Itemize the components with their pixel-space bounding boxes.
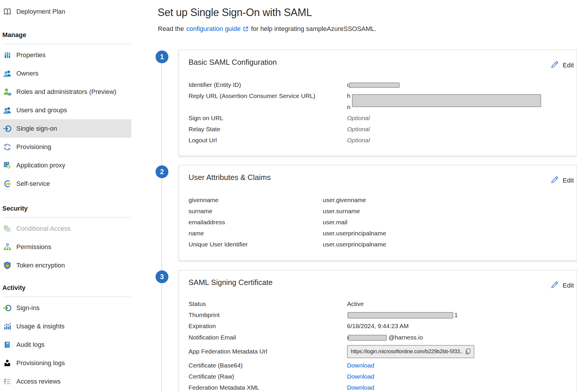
field-label: Relay State <box>189 126 347 133</box>
edit-user-attributes-button[interactable]: Edit <box>550 175 574 186</box>
relay-state-row: Relay State Optional <box>189 124 572 135</box>
claim-value: user.givenname <box>323 197 572 204</box>
sidebar-item-owners[interactable]: Owners <box>0 64 131 83</box>
permissions-icon <box>3 242 12 252</box>
divider <box>2 44 131 44</box>
provisioning-logs-icon <box>3 358 12 368</box>
field-label: Sign on URL <box>189 115 347 122</box>
card-title: User Attributes & Claims <box>189 173 271 182</box>
field-label: Thumbprint <box>189 312 347 318</box>
sidebar-item-usage-insights[interactable]: Usage & insights <box>0 317 131 335</box>
claim-value: user.surname <box>323 208 572 215</box>
configuration-guide-link[interactable]: configuration guide <box>186 25 240 33</box>
sidebar-item-label: Token encryption <box>16 262 65 269</box>
field-label: Certificate (Base64) <box>189 362 347 369</box>
federation-metadata-xml-row: Federation Metadata XML Download <box>189 382 572 392</box>
notification-email-value: r@harness.io <box>347 334 572 341</box>
edit-signing-certificate-button[interactable]: Edit <box>550 280 574 291</box>
logout-url-row: Logout Url Optional <box>189 135 572 146</box>
intro-suffix: for help integrating sampleAzureSSOSAML. <box>251 25 376 33</box>
sidebar-item-label: Usage & insights <box>16 323 65 330</box>
pencil-icon <box>550 175 559 186</box>
sidebar-item-label: Single sign-on <box>16 125 57 132</box>
intro-text: Read the configuration guide for help in… <box>158 25 376 33</box>
sidebar-item-label: Users and groups <box>16 106 67 114</box>
sidebar-item-self-service[interactable]: Self-service <box>0 174 131 193</box>
field-label: Identifier (Entity ID) <box>189 81 347 88</box>
sidebar-item-token-encryption[interactable]: Token encryption <box>0 256 131 274</box>
field-label: Expiration <box>189 323 347 330</box>
download-certificate-base64-link[interactable]: Download <box>347 362 374 369</box>
sidebar-item-provisioning[interactable]: Provisioning <box>0 138 131 156</box>
application-proxy-icon <box>3 161 12 170</box>
download-certificate-raw-link[interactable]: Download <box>347 373 374 380</box>
certificate-raw-row: Certificate (Raw) Download <box>189 371 572 382</box>
step-badge-1: 1 <box>156 50 168 63</box>
identifier-row: Identifier (Entity ID) q <box>189 79 572 90</box>
self-service-icon <box>3 179 12 188</box>
pencil-icon <box>550 280 559 291</box>
thumbprint-row: Thumbprint 21 <box>189 309 572 321</box>
sidebar-item-conditional-access[interactable]: Conditional Access <box>0 219 131 238</box>
sidebar-item-users-groups[interactable]: Users and groups <box>0 101 131 119</box>
properties-icon <box>3 50 12 60</box>
sidebar-item-label: Access reviews <box>16 378 61 385</box>
intro-prefix: Read the <box>158 25 184 33</box>
certificate-base64-row: Certificate (Base64) Download <box>189 360 572 371</box>
sign-on-url-row: Sign on URL Optional <box>189 113 572 124</box>
sidebar-item-single-sign-on[interactable]: Single sign-on <box>0 119 131 138</box>
expiration-value: 6/18/2024, 9:44:23 AM <box>347 323 572 330</box>
expiration-row: Expiration 6/18/2024, 9:44:23 AM <box>189 321 572 332</box>
sidebar-header-manage: Manage <box>2 31 131 39</box>
sidebar-item-application-proxy[interactable]: Application proxy <box>0 156 131 174</box>
sidebar-item-sign-ins[interactable]: Sign-ins <box>0 299 131 317</box>
edit-basic-saml-button[interactable]: Edit <box>550 60 574 71</box>
sidebar-item-label: Owners <box>16 70 39 77</box>
sidebar-item-deployment-plan[interactable]: Deployment Plan <box>0 2 131 21</box>
external-link-icon <box>243 26 249 32</box>
claim-row: emailaddress user.mail <box>189 217 572 228</box>
claim-value: user.mail <box>323 219 572 226</box>
sidebar-item-label: Sign-ins <box>16 304 39 312</box>
sidebar-item-permissions[interactable]: Permissions <box>0 238 131 256</box>
redaction-box <box>349 83 400 88</box>
sidebar-item-label: Conditional Access <box>16 225 71 232</box>
relay-state-value: Optional <box>347 126 572 133</box>
status-row: Status Active <box>189 298 572 309</box>
reply-url-value: h n <box>347 90 572 113</box>
page-title: Set up Single Sign-On with SAML <box>158 6 312 19</box>
sidebar-header-activity: Activity <box>2 284 131 292</box>
sidebar-item-access-reviews[interactable]: Access reviews <box>0 372 131 391</box>
sidebar: Deployment Plan Manage Properties Owners… <box>0 0 131 391</box>
status-value: Active <box>347 300 572 307</box>
sidebar-item-label: Properties <box>16 51 46 59</box>
card-title: SAML Signing Certificate <box>189 278 273 287</box>
field-label: Reply URL (Assertion Consumer Service UR… <box>189 90 347 102</box>
claim-row: surname user.surname <box>189 206 572 217</box>
sidebar-item-properties[interactable]: Properties <box>0 46 131 64</box>
sidebar-item-label: Roles and administrators (Preview) <box>16 88 116 96</box>
provisioning-icon <box>3 142 12 152</box>
metadata-url-cell: https://login.microsoftonline.com/b229b2… <box>347 345 572 358</box>
sidebar-item-audit-logs[interactable]: Audit logs <box>0 335 131 354</box>
field-label: Logout Url <box>189 137 347 144</box>
sign-on-url-value: Optional <box>347 115 572 122</box>
sidebar-item-label: Provisioning logs <box>16 359 65 367</box>
sidebar-item-roles-administrators[interactable]: Roles and administrators (Preview) <box>0 83 131 101</box>
claim-name: emailaddress <box>189 219 323 226</box>
sidebar-item-provisioning-logs[interactable]: Provisioning logs <box>0 354 131 372</box>
field-label: Status <box>189 300 347 307</box>
copy-icon[interactable] <box>464 348 471 355</box>
field-label: Certificate (Raw) <box>189 373 347 380</box>
pencil-icon <box>550 60 559 71</box>
claim-name: name <box>189 230 323 237</box>
basic-saml-configuration-card: Basic SAML Configuration Edit Identifier… <box>179 50 577 156</box>
conditional-access-icon <box>3 224 12 233</box>
owners-icon <box>3 69 12 78</box>
download-federation-metadata-xml-link[interactable]: Download <box>347 384 374 391</box>
step-connector-line <box>161 64 162 392</box>
saml-signing-certificate-card: SAML Signing Certificate Edit Status Act… <box>179 270 577 392</box>
redaction-box <box>352 94 541 107</box>
metadata-url-input[interactable]: https://login.microsoftonline.com/b229b2… <box>347 345 474 358</box>
claim-row: name user.userprincipalname <box>189 228 572 239</box>
